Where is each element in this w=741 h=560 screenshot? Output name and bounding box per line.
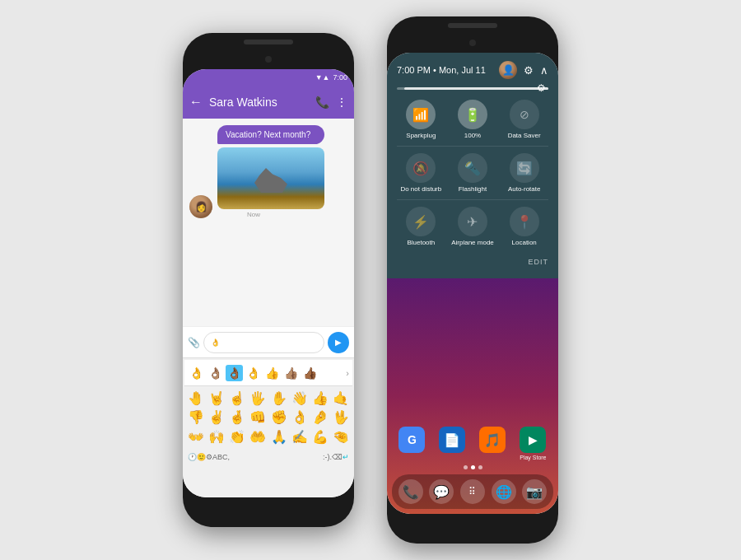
dock-messages[interactable]: 💬 — [429, 479, 454, 504]
dock-phone[interactable]: 📞 — [398, 479, 423, 504]
dock-camera-icon: 📷 — [526, 484, 543, 500]
keyboard-bottom-row: 🕐 🙂 ⚙ ABC , :-) . ⌫ ↵ — [184, 450, 352, 464]
emoji-cell[interactable]: 👐 — [186, 428, 206, 446]
playstore-icon: ▶ — [520, 427, 546, 453]
chat-timestamp: Now — [247, 211, 324, 218]
phone-call-icon[interactable]: 📞 — [315, 96, 329, 109]
emoji-suggest-6[interactable]: 👍🏽 — [282, 365, 300, 381]
flashlight-icon: 🔦 — [464, 161, 481, 176]
phone2: 7:00 PM • Mon, Jul 11 👤 ⚙ ∧ ⚙ — [387, 16, 558, 544]
phone1-bottom — [188, 501, 349, 520]
kb-abc[interactable]: ABC — [212, 453, 228, 461]
tile-wifi[interactable]: 📶 Sparkplug — [397, 100, 445, 139]
tile-wifi-icon-wrap: 📶 — [406, 100, 436, 129]
emoji-cell[interactable]: 🤲 — [248, 428, 268, 446]
tile-location-icon-wrap: 📍 — [510, 207, 539, 236]
emoji-suggest-4[interactable]: 👌 — [245, 365, 262, 381]
emoji-cell[interactable]: 👊 — [248, 408, 268, 427]
tile-autorotate-label: Auto-rotate — [508, 185, 541, 193]
kb-time-icon[interactable]: 🕐 — [188, 453, 197, 461]
page-dots — [392, 465, 553, 469]
emoji-suggest-7[interactable]: 👍🏾 — [301, 365, 319, 381]
tile-airplane[interactable]: ✈ Airplane mode — [449, 207, 497, 246]
dock-camera[interactable]: 📷 — [522, 479, 547, 504]
phone2-camera — [469, 40, 476, 46]
emoji-cell[interactable]: 💪 — [310, 428, 330, 446]
emoji-cell[interactable]: 🤘 — [207, 390, 226, 408]
tile-dnd-label: Do not disturb — [400, 185, 441, 193]
dot1 — [464, 465, 468, 469]
status-icons: ▼▲ — [315, 73, 330, 82]
emoji-cell[interactable]: 🤙 — [331, 390, 351, 408]
user-avatar[interactable]: 👤 — [499, 61, 517, 79]
app-icon-music[interactable]: 🎵 — [479, 427, 506, 460]
emoji-cell[interactable]: 👏 — [227, 428, 247, 446]
more-options-icon[interactable]: ⋮ — [336, 96, 347, 109]
phone2-speaker — [448, 23, 497, 28]
emoji-suggest-1[interactable]: 👌 — [188, 365, 205, 381]
tile-battery[interactable]: 🔋 100% — [449, 100, 497, 139]
dock-phone-icon: 📞 — [403, 484, 419, 500]
emoji-cell[interactable]: 👎 — [186, 408, 206, 427]
emoji-cell[interactable]: 👍 — [310, 390, 330, 408]
tile-dnd-icon-wrap: 🔕 — [406, 153, 436, 183]
emoji-cell[interactable]: 🤚 — [186, 390, 206, 408]
airplane-icon: ✈ — [467, 214, 478, 230]
tile-autorotate[interactable]: 🔄 Auto-rotate — [500, 153, 548, 193]
kb-smiley[interactable]: :-) — [323, 453, 330, 461]
google-icon: G — [398, 427, 425, 453]
emoji-cell[interactable]: 👋 — [290, 390, 310, 408]
emoji-cell[interactable]: ✊ — [269, 408, 289, 427]
home-app-row: G 📄 🎵 ▶ Play Store — [392, 427, 553, 460]
emoji-cell[interactable]: 🙌 — [207, 428, 226, 446]
emoji-cell[interactable]: 🖖 — [331, 408, 351, 427]
kb-delete-icon[interactable]: ⌫ — [332, 453, 343, 461]
emoji-cell[interactable]: 👌 — [290, 408, 310, 427]
tile-bluetooth-label: Bluetooth — [407, 239, 435, 246]
edit-button[interactable]: EDIT — [387, 253, 558, 271]
collapse-icon[interactable]: ∧ — [540, 64, 548, 77]
emoji-cell[interactable]: ✌ — [207, 408, 226, 427]
dot3 — [478, 465, 482, 469]
dock-apps[interactable]: ⠿ — [460, 479, 485, 504]
tile-datasaver[interactable]: ⊘ Data Saver — [500, 100, 548, 139]
phone1-speaker — [244, 40, 293, 44]
tile-bluetooth[interactable]: ⚡ Bluetooth — [397, 207, 445, 246]
app-icon-docs[interactable]: 📄 — [439, 427, 465, 460]
tile-airplane-label: Airplane mode — [451, 239, 494, 246]
attach-icon[interactable]: 📎 — [188, 337, 200, 348]
dock-chrome[interactable]: 🌐 — [492, 479, 516, 504]
phone1-camera — [265, 56, 272, 63]
battery-icon: 🔋 — [464, 107, 481, 123]
kb-emoji-icon[interactable]: 🙂 — [197, 453, 206, 461]
tile-flashlight[interactable]: 🔦 Flashlight — [449, 153, 497, 193]
emoji-cell[interactable]: ✍ — [290, 428, 310, 446]
tile-dnd[interactable]: 🔕 Do not disturb — [397, 153, 445, 193]
tile-datasaver-label: Data Saver — [508, 132, 541, 139]
emoji-suggest-2[interactable]: 👌🏽 — [207, 365, 224, 381]
emoji-cell[interactable]: 🖐 — [248, 390, 268, 408]
back-button[interactable]: ← — [189, 95, 203, 110]
emoji-cell[interactable]: 🙏 — [269, 428, 289, 446]
bluetooth-icon: ⚡ — [412, 214, 429, 230]
emoji-grid: 🤚 🤘 ☝ 🖐 ✋ 👋 👍 🤙 👎 ✌ 🤞 👊 ✊ 👌 🤌 🖖 👐 🙌 👏 — [184, 386, 352, 450]
tile-location[interactable]: 📍 Location — [500, 207, 548, 246]
kb-enter-icon[interactable]: ↵ — [343, 453, 349, 461]
emoji-cell[interactable]: ✋ — [269, 390, 289, 408]
kb-space[interactable] — [230, 451, 323, 462]
emoji-cell[interactable]: ☝ — [227, 390, 247, 408]
emoji-suggest-3[interactable]: 👌🏾 — [226, 365, 243, 381]
compose-input[interactable] — [203, 332, 324, 353]
brightness-slider[interactable]: ⚙ — [397, 87, 548, 90]
emoji-suggest-5[interactable]: 👍 — [263, 365, 281, 381]
emoji-cell[interactable]: 🤏 — [331, 428, 351, 446]
emoji-cell[interactable]: 🤞 — [227, 408, 247, 427]
emoji-cell[interactable]: 🤌 — [310, 408, 330, 427]
phone1: ▼▲ 7:00 ← Sara Watkins 📞 ⋮ 👩 Vacation? N… — [183, 33, 354, 527]
app-icon-google[interactable]: G — [398, 427, 425, 460]
settings-icon[interactable]: ⚙ — [524, 64, 534, 77]
send-button[interactable]: ▶ — [328, 332, 349, 353]
kb-settings-icon[interactable]: ⚙ — [206, 453, 212, 461]
app-icon-playstore[interactable]: ▶ Play Store — [520, 427, 546, 460]
tile-wifi-label: Sparkplug — [406, 132, 436, 139]
